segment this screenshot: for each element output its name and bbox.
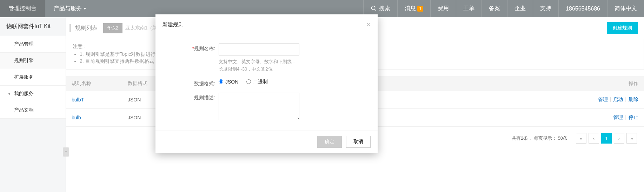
billing-link[interactable]: 费用 [430, 0, 456, 17]
rule-name-link[interactable]: bulb [72, 115, 81, 120]
pager-row: 共有2条， 每页显示： 50条 « ‹ 1 › » [66, 127, 644, 150]
sidebar-item-myservices[interactable]: ▾ 我的服务 [0, 86, 66, 102]
page-title: 规则列表 [75, 25, 98, 32]
tickets-link[interactable]: 工单 [456, 0, 482, 17]
action-start[interactable]: 启动 [613, 97, 623, 102]
table-row: bulbT JSON 管理|启动|删除 [66, 91, 644, 109]
beian-link[interactable]: 备案 [482, 0, 507, 17]
action-manage[interactable]: 管理 [613, 114, 623, 120]
messages-label: 消息 [405, 5, 416, 12]
row-actions: 管理|启动|删除 [574, 91, 644, 109]
console-link[interactable]: 管理控制台 [0, 0, 45, 17]
notice-title: 注意： [73, 44, 87, 49]
notice-list: 1. 规则引擎是基于Topic对数据进行处 2. 目前规则引擎支持两种数据格式： [73, 51, 637, 65]
notice-box: 注意： 1. 规则引擎是基于Topic对数据进行处 2. 目前规则引擎支持两种数… [66, 39, 644, 70]
notice-item: 1. 规则引擎是基于Topic对数据进行处 [80, 51, 637, 58]
products-dropdown[interactable]: 产品与服务 ▼ [45, 0, 95, 17]
sidebar-item-extensions[interactable]: 扩展服务 [0, 69, 66, 86]
search-label: 搜索 [379, 5, 390, 12]
pager-info: 共有2条， 每页显示： 50条 [512, 135, 567, 141]
app-body: 物联网套件IoT Kit 产品管理 规则引擎 扩展服务 ▾ 我的服务 产品文档 … [0, 17, 644, 192]
notice-item: 2. 目前规则引擎支持两种数据格式： [80, 58, 637, 65]
svg-point-0 [372, 6, 376, 10]
row-actions: 管理|停止 [574, 109, 644, 127]
rule-format: JSON [122, 91, 574, 109]
sidebar: 物联网套件IoT Kit 产品管理 规则引擎 扩展服务 ▾ 我的服务 产品文档 [0, 17, 66, 192]
pager-last[interactable]: » [626, 133, 637, 144]
sidebar-item-label: 我的服务 [14, 91, 34, 97]
sidebar-item-label: 规则引擎 [14, 58, 34, 64]
col-action: 操作 [574, 76, 644, 91]
sidebar-title: 物联网套件IoT Kit [0, 17, 66, 36]
chevron-down-icon: ▾ [8, 92, 12, 96]
topbar-right: 搜索 消息 1 费用 工单 备案 企业 支持 18656545686 简体中文 [363, 0, 644, 17]
create-rule-button[interactable]: 创建规则 [607, 22, 638, 34]
pager-perpage-value[interactable]: 50条 [558, 135, 567, 141]
sidebar-toggle[interactable]: ≡ [63, 147, 69, 157]
rules-table: 规则名称 数据格式 操作 bulbT JSON 管理|启动|删除 bulb JS… [66, 76, 644, 127]
pager-first[interactable]: « [576, 133, 586, 144]
region-active[interactable]: 华东2 [103, 23, 122, 33]
sidebar-item-label: 扩展服务 [14, 74, 34, 80]
topbar: 管理控制台 产品与服务 ▼ 搜索 消息 1 费用 工单 备案 企业 支持 186… [0, 0, 644, 17]
region-inactive[interactable]: 亚太东南1（新加 [125, 25, 162, 31]
messages-badge: 1 [417, 6, 423, 12]
pager-prev[interactable]: ‹ [589, 133, 599, 144]
rule-format: JSON [122, 109, 574, 127]
action-delete[interactable]: 删除 [629, 97, 638, 102]
sidebar-item-products[interactable]: 产品管理 [0, 36, 66, 53]
language-switch[interactable]: 简体中文 [607, 0, 644, 17]
sidebar-item-label: 产品管理 [14, 41, 34, 47]
action-stop[interactable]: 停止 [629, 114, 638, 120]
sep: | [625, 97, 626, 102]
rule-name-link[interactable]: bulbT [72, 97, 84, 102]
sidebar-item-docs[interactable]: 产品文档 [0, 102, 66, 119]
search-button[interactable]: 搜索 [363, 0, 397, 17]
pager: « ‹ 1 › » [576, 133, 637, 144]
pager-next[interactable]: › [614, 133, 624, 144]
products-label: 产品与服务 [54, 5, 82, 12]
search-icon [371, 5, 379, 12]
chevron-down-icon: ▼ [83, 7, 87, 11]
table-row: bulb JSON 管理|停止 [66, 109, 644, 127]
enterprise-link[interactable]: 企业 [507, 0, 533, 17]
sidebar-item-label: 产品文档 [14, 107, 34, 113]
pager-total: 共有2条， [512, 135, 532, 141]
col-name: 规则名称 [66, 76, 122, 91]
action-manage[interactable]: 管理 [598, 97, 608, 102]
svg-line-1 [375, 9, 377, 11]
sep: | [610, 97, 611, 102]
page-head: 规则列表 华东2 亚太东南1（新加 创建规则 [66, 17, 644, 39]
topbar-left: 管理控制台 产品与服务 ▼ [0, 0, 95, 17]
pager-perpage-label: 每页显示： [534, 135, 557, 141]
col-format: 数据格式 [122, 76, 574, 91]
content: 规则列表 华东2 亚太东南1（新加 创建规则 注意： 1. 规则引擎是基于Top… [66, 17, 644, 192]
messages-link[interactable]: 消息 1 [397, 0, 430, 17]
sidebar-item-rules[interactable]: 规则引擎 [0, 53, 66, 69]
table-header-row: 规则名称 数据格式 操作 [66, 76, 644, 91]
support-link[interactable]: 支持 [533, 0, 558, 17]
pager-current[interactable]: 1 [601, 133, 612, 144]
sep: | [625, 114, 626, 120]
account-phone[interactable]: 18656545686 [558, 0, 607, 17]
title-bar [69, 24, 71, 32]
